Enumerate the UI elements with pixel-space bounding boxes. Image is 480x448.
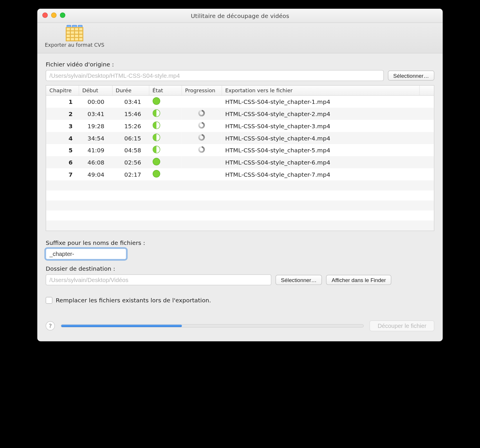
cell-chapter: 3	[46, 120, 79, 132]
cell-export-file: HTML-CSS-S04-style_chapter-4.mp4	[222, 132, 420, 144]
table-row-empty	[46, 211, 434, 221]
cell-progress	[181, 108, 221, 120]
table-row[interactable]: 100:0003:41HTML-CSS-S04-style_chapter-1.…	[46, 95, 434, 108]
cell-progress	[181, 156, 221, 168]
close-icon[interactable]	[42, 12, 48, 18]
cell-state	[149, 156, 181, 168]
cell-chapter: 4	[46, 132, 79, 144]
cell-duration: 15:46	[112, 108, 149, 120]
cell-duration: 15:26	[112, 120, 149, 132]
zoom-icon[interactable]	[60, 12, 65, 18]
export-cvs-button[interactable]: Exporter au format CVS	[43, 25, 106, 49]
spinner-icon	[198, 110, 205, 116]
status-dot-icon	[152, 170, 160, 178]
table-row[interactable]: 541:0904:58HTML-CSS-S04-style_chapter-5.…	[46, 144, 434, 156]
status-dot-icon	[152, 158, 160, 165]
source-path-input	[46, 70, 384, 81]
overwrite-checkbox[interactable]	[46, 297, 52, 304]
source-select-button[interactable]: Sélectionner…	[388, 71, 434, 81]
cell-state	[149, 120, 181, 132]
table-row[interactable]: 646:0802:56HTML-CSS-S04-style_chapter-6.…	[46, 156, 434, 168]
cell-progress	[181, 95, 221, 108]
cell-start: 46:08	[79, 156, 112, 168]
cell-blank	[419, 156, 434, 168]
cell-progress	[181, 120, 221, 132]
titlebar[interactable]: Utilitaire de découpage de vidéos	[37, 9, 443, 23]
col-chapter[interactable]: Chapitre	[46, 86, 79, 95]
col-progress[interactable]: Progression	[181, 86, 221, 95]
cell-blank	[419, 108, 434, 120]
minimize-icon[interactable]	[51, 12, 57, 18]
cell-export-file: HTML-CSS-S04-style_chapter-1.mp4	[222, 95, 420, 108]
col-start[interactable]: Début	[79, 86, 112, 95]
col-duration[interactable]: Durée	[112, 86, 149, 95]
col-export[interactable]: Exportation vers le fichier	[222, 86, 420, 95]
table-row[interactable]: 749:0402:17HTML-CSS-S04-style_chapter-7.…	[46, 168, 434, 180]
cell-export-file: HTML-CSS-S04-style_chapter-6.mp4	[222, 156, 420, 168]
suffix-label: Suffixe pour les noms de fichiers :	[46, 239, 434, 246]
dest-label: Dossier de destination :	[46, 265, 434, 272]
cell-duration: 03:41	[112, 95, 149, 108]
source-label: Fichier vidéo d'origine :	[46, 61, 434, 68]
table-row-empty	[46, 200, 434, 211]
cell-start: 41:09	[79, 144, 112, 156]
cell-blank	[419, 120, 434, 132]
cut-file-button[interactable]: Découper le fichier	[370, 320, 434, 331]
cell-export-file: HTML-CSS-S04-style_chapter-5.mp4	[222, 144, 420, 156]
status-dot-icon	[152, 109, 160, 117]
window-title: Utilitaire de découpage de vidéos	[191, 12, 289, 19]
cell-progress	[181, 168, 221, 180]
dest-path-input	[46, 274, 271, 285]
cell-start: 34:54	[79, 132, 112, 144]
cell-state	[149, 132, 181, 144]
cell-export-file: HTML-CSS-S04-style_chapter-3.mp4	[222, 120, 420, 132]
cell-export-file: HTML-CSS-S04-style_chapter-7.mp4	[222, 168, 420, 180]
table-row-empty	[46, 180, 434, 191]
table-row[interactable]: 319:2815:26HTML-CSS-S04-style_chapter-3.…	[46, 120, 434, 132]
cell-chapter: 7	[46, 168, 79, 180]
col-state[interactable]: État	[149, 86, 181, 95]
cell-start: 00:00	[79, 95, 112, 108]
cell-duration: 02:56	[112, 156, 149, 168]
global-progress-bar	[61, 325, 182, 327]
spreadsheet-icon	[66, 26, 83, 41]
cell-chapter: 5	[46, 144, 79, 156]
dest-select-button[interactable]: Sélectionner…	[275, 275, 322, 285]
help-button[interactable]: ?	[46, 321, 55, 330]
cell-state	[149, 108, 181, 120]
content: Fichier vidéo d'origine : Sélectionner… …	[37, 53, 443, 341]
cell-blank	[419, 144, 434, 156]
cell-state	[149, 95, 181, 108]
cell-state	[149, 168, 181, 180]
cell-state	[149, 144, 181, 156]
overwrite-label: Remplacer les fichiers existants lors de…	[56, 297, 211, 304]
table-row[interactable]: 434:5406:15HTML-CSS-S04-style_chapter-4.…	[46, 132, 434, 144]
status-dot-icon	[152, 97, 160, 105]
spinner-icon	[198, 134, 205, 141]
cell-duration: 04:58	[112, 144, 149, 156]
reveal-finder-button[interactable]: Afficher dans le Finder	[326, 275, 391, 285]
status-dot-icon	[152, 122, 160, 129]
cell-start: 03:41	[79, 108, 112, 120]
cell-blank	[419, 132, 434, 144]
cell-blank	[419, 95, 434, 108]
spinner-icon	[198, 122, 205, 129]
table-row[interactable]: 203:4115:46HTML-CSS-S04-style_chapter-2.…	[46, 108, 434, 120]
cell-start: 49:04	[79, 168, 112, 180]
toolbar: Exporter au format CVS	[37, 23, 443, 53]
spinner-icon	[198, 146, 205, 153]
cell-start: 19:28	[79, 120, 112, 132]
cell-chapter: 6	[46, 156, 79, 168]
cell-chapter: 1	[46, 95, 79, 108]
table-row-empty	[46, 221, 434, 231]
traffic-lights	[42, 12, 65, 18]
col-blank	[419, 86, 434, 95]
cell-progress	[181, 132, 221, 144]
cell-export-file: HTML-CSS-S04-style_chapter-2.mp4	[222, 108, 420, 120]
chapters-table: Chapitre Début Durée État Progression Ex…	[46, 85, 434, 231]
cell-blank	[419, 168, 434, 180]
suffix-input[interactable]	[46, 249, 126, 259]
app-window: Utilitaire de découpage de vidéos Export…	[37, 9, 443, 341]
export-cvs-label: Exporter au format CVS	[45, 42, 104, 48]
cell-duration: 06:15	[112, 132, 149, 144]
